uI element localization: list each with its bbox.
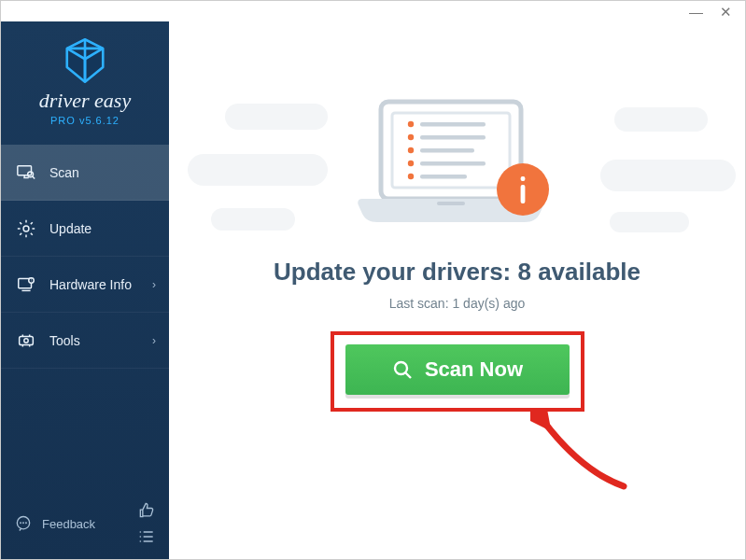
svg-point-21 (407, 147, 413, 153)
svg-point-9 (21, 523, 21, 524)
cloud-shape (614, 107, 708, 132)
gear-icon (16, 218, 36, 239)
sidebar-footer: Feedback (1, 488, 169, 559)
monitor-search-icon (16, 162, 36, 183)
info-badge (497, 163, 549, 216)
app-body: driver easy PRO v5.6.12 Scan Update (1, 21, 745, 559)
svg-rect-0 (18, 165, 32, 175)
chat-icon (14, 514, 33, 533)
search-icon (391, 358, 414, 381)
cloud-shape (211, 208, 295, 231)
svg-point-11 (26, 523, 27, 524)
cloud-shape (188, 154, 328, 186)
svg-point-14 (140, 540, 142, 542)
svg-point-23 (407, 161, 413, 166)
main-content: Update your drivers: 8 available Last sc… (169, 21, 745, 559)
svg-point-13 (140, 536, 142, 538)
svg-point-12 (140, 531, 142, 533)
headline-text: Update your drivers: 8 available (274, 258, 640, 287)
svg-point-19 (407, 134, 413, 140)
chevron-right-icon: › (152, 278, 156, 291)
hardware-icon: ! (16, 274, 36, 295)
sidebar-item-update[interactable]: Update (1, 201, 169, 257)
highlight-frame: Scan Now (331, 331, 584, 412)
thumbs-up-icon[interactable] (137, 501, 156, 520)
minimize-button[interactable]: — (689, 5, 703, 19)
sidebar-item-label: Tools (49, 333, 80, 348)
sidebar-item-label: Update (49, 221, 91, 236)
cloud-shape (225, 104, 328, 130)
tools-icon (16, 330, 36, 351)
svg-text:!: ! (31, 278, 32, 283)
svg-point-10 (23, 523, 24, 524)
svg-rect-29 (520, 176, 525, 181)
annotation-arrow (530, 408, 633, 492)
svg-rect-20 (420, 135, 486, 140)
list-icon[interactable] (137, 527, 156, 546)
brand-version: PRO v5.6.12 (50, 115, 120, 126)
svg-rect-27 (437, 202, 465, 205)
laptop-illustration (345, 96, 570, 241)
svg-point-17 (407, 121, 413, 127)
logo-icon (59, 35, 111, 87)
sidebar-item-hardware-info[interactable]: ! Hardware Info › (1, 257, 169, 313)
chevron-right-icon: › (152, 334, 156, 347)
sidebar-nav: Scan Update ! Hardware Info › (1, 145, 169, 369)
svg-point-7 (24, 338, 28, 342)
cloud-shape (600, 160, 736, 191)
scan-now-button[interactable]: Scan Now (345, 344, 570, 395)
svg-rect-24 (420, 161, 486, 166)
sidebar: driver easy PRO v5.6.12 Scan Update (1, 21, 169, 559)
svg-rect-6 (20, 336, 34, 344)
app-window: — ✕ driver easy PRO v5.6.12 (0, 0, 746, 560)
sidebar-item-label: Hardware Info (49, 277, 132, 292)
sidebar-item-label: Scan (49, 165, 79, 180)
brand-block: driver easy PRO v5.6.12 (1, 21, 169, 139)
close-button[interactable]: ✕ (720, 5, 732, 19)
feedback-label: Feedback (42, 517, 95, 531)
svg-point-31 (395, 362, 407, 374)
brand-name: driver easy (39, 89, 131, 113)
svg-rect-18 (420, 122, 486, 127)
sidebar-item-tools[interactable]: Tools › (1, 313, 169, 369)
svg-point-25 (407, 174, 413, 179)
svg-point-1 (28, 171, 34, 176)
svg-rect-30 (520, 185, 525, 203)
feedback-button[interactable]: Feedback (14, 514, 95, 533)
svg-point-2 (23, 226, 29, 231)
scan-now-label: Scan Now (425, 357, 523, 382)
titlebar: — ✕ (1, 1, 745, 21)
svg-rect-26 (420, 175, 467, 179)
cloud-shape (610, 212, 689, 232)
sidebar-item-scan[interactable]: Scan (1, 145, 169, 201)
last-scan-text: Last scan: 1 day(s) ago (389, 296, 526, 311)
svg-rect-22 (420, 148, 474, 153)
